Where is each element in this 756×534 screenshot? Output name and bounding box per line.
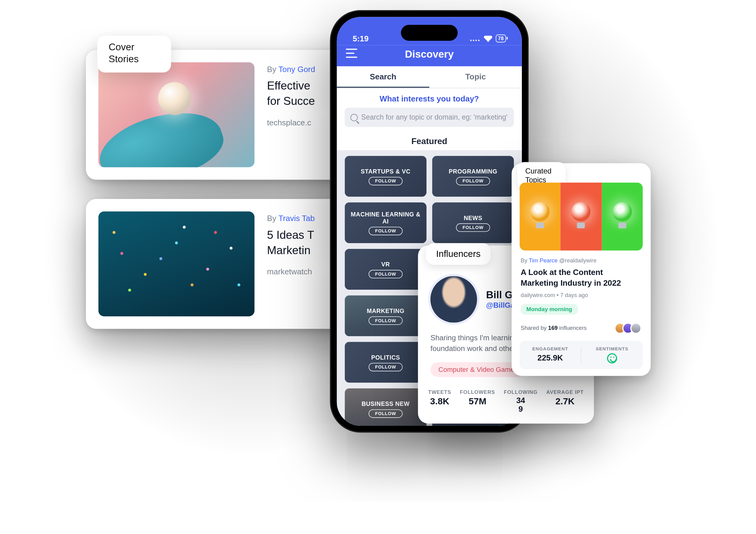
cover-stories-label-1: Cover — [109, 42, 134, 53]
topic-name: NEWS — [460, 214, 486, 221]
featured-heading: Featured — [337, 133, 522, 150]
smiley-icon — [607, 353, 617, 363]
search-placeholder: Search for any topic or domain, eg: 'mar… — [361, 114, 507, 121]
avatar-icon — [630, 322, 641, 334]
stat-following: FOLLOWING 349 — [504, 389, 538, 414]
topic-card[interactable]: MACHINE LEARNING & AIFOLLOW — [345, 202, 426, 243]
stat-tweets: TWEETS 3.8K — [428, 389, 451, 414]
follow-button[interactable]: FOLLOW — [369, 269, 402, 278]
follow-button[interactable]: FOLLOW — [369, 227, 402, 235]
story-title: Effective for Succe — [267, 78, 315, 109]
story-body: By Travis Tab 5 Ideas T Marketin marketw… — [267, 212, 314, 276]
topic-name: MARKETING — [363, 307, 408, 314]
curated-topics-card: Curated Topics By Tim Pearce @realdailyw… — [512, 164, 651, 376]
story-byline: By Travis Tab — [267, 214, 314, 223]
story-thumbnail — [98, 212, 255, 317]
app-title: Discovery — [405, 49, 454, 60]
story-thumbnail — [98, 62, 255, 167]
follow-button[interactable]: FOLLOW — [456, 177, 490, 185]
story-title: 5 Ideas T Marketin — [267, 227, 314, 258]
topic-card[interactable]: STARTUPS & VCFOLLOW — [345, 156, 426, 196]
topic-card[interactable]: MARKETINGFOLLOW — [345, 295, 426, 336]
menu-icon[interactable] — [346, 49, 357, 58]
stat-followers: FOLLOWERS 57M — [460, 389, 495, 414]
wifi-icon — [484, 35, 493, 41]
story-author[interactable]: Tony Gord — [279, 65, 315, 74]
curated-byline: By Tim Pearce @realdailywire — [521, 258, 641, 264]
stat-avg-ipt: AVERAGE IPT 2.7K — [547, 389, 584, 414]
influencers-tag: Influencers — [426, 243, 491, 265]
cover-stories-label-2: Stories — [109, 54, 139, 65]
curated-title[interactable]: A Look at the Content Marketing Industry… — [521, 267, 641, 289]
topic-name: POLITICS — [368, 353, 403, 360]
tabs: Search Topic — [337, 66, 522, 88]
story-source: marketwatch — [267, 267, 314, 276]
metric-sentiments: SENTIMENTS — [581, 346, 643, 364]
search-input[interactable]: Search for any topic or domain, eg: 'mar… — [345, 108, 514, 127]
dynamic-island — [401, 25, 458, 41]
shared-avatars[interactable] — [618, 322, 641, 334]
follow-button[interactable]: FOLLOW — [456, 223, 490, 232]
tab-search[interactable]: Search — [337, 66, 430, 88]
status-time: 5:19 — [353, 34, 369, 43]
discovery-prompt: What interests you today? — [337, 88, 522, 108]
story-byline: By Tony Gord — [267, 65, 315, 74]
story-body: By Tony Gord Effective for Succe techspl… — [267, 62, 315, 127]
follow-button[interactable]: FOLLOW — [369, 409, 402, 418]
curated-author[interactable]: Tim Pearce — [529, 258, 558, 264]
follow-button[interactable]: FOLLOW — [369, 316, 402, 325]
story-author[interactable]: Travis Tab — [279, 214, 315, 223]
metric-engagement: ENGAGEMENT 225.9K — [520, 346, 581, 364]
curated-source: dailywire.com • 7 days ago — [521, 292, 641, 298]
follow-button[interactable]: FOLLOW — [369, 363, 402, 371]
topic-card[interactable]: POLITICSFOLLOW — [345, 342, 426, 383]
story-source: techsplace.c — [267, 118, 315, 127]
topic-name: BUSINESS NEW — [358, 400, 413, 407]
tab-topic[interactable]: Topic — [429, 66, 522, 88]
battery-indicator: 78 — [496, 35, 506, 43]
influencer-stats: TWEETS 3.8K FOLLOWERS 57M FOLLOWING 349 … — [418, 377, 594, 414]
topic-name: VR — [378, 261, 393, 267]
cellular-icon — [470, 34, 480, 43]
topic-name: MACHINE LEARNING & AI — [345, 211, 426, 224]
curated-tag-pill[interactable]: Monday morning — [521, 304, 578, 315]
topic-name: PROGRAMMING — [445, 167, 500, 174]
app-header: Discovery — [337, 45, 522, 66]
cover-stories-tag: Cover Stories — [97, 36, 171, 72]
search-icon — [350, 114, 358, 121]
topic-card[interactable]: BUSINESS NEWFOLLOW — [345, 388, 426, 426]
topic-card[interactable]: PROGRAMMINGFOLLOW — [432, 156, 514, 196]
curated-shared-by: Shared by 169 influencers — [521, 322, 641, 334]
topic-card[interactable]: NEWSFOLLOW — [432, 202, 514, 243]
influencer-avatar[interactable] — [430, 276, 477, 323]
follow-button[interactable]: FOLLOW — [369, 177, 402, 185]
topic-card[interactable]: VRFOLLOW — [345, 249, 426, 290]
curated-hero-image — [520, 182, 642, 250]
curated-metrics: ENGAGEMENT 225.9K SENTIMENTS — [520, 341, 642, 369]
topic-name: STARTUPS & VC — [358, 167, 414, 174]
